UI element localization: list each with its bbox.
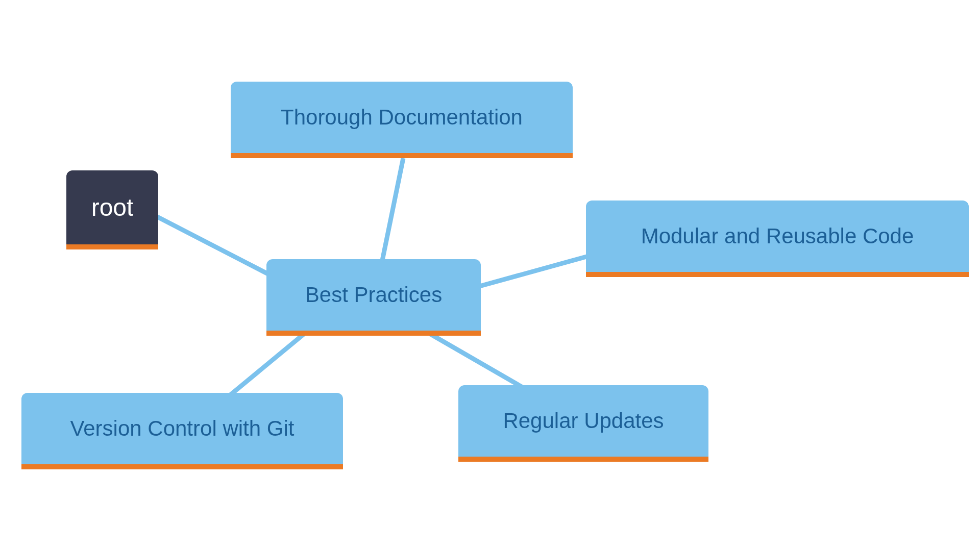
edge-root-center: [145, 211, 286, 283]
node-root[interactable]: root: [66, 170, 158, 249]
edge-center-top: [380, 158, 403, 270]
node-version-control-git[interactable]: Version Control with Git: [21, 393, 343, 469]
node-thorough-documentation[interactable]: Thorough Documentation: [231, 82, 573, 158]
node-top-label: Thorough Documentation: [281, 105, 523, 130]
mindmap-canvas: root Best Practices Thorough Documentati…: [0, 0, 980, 551]
node-center-label: Best Practices: [305, 283, 442, 307]
node-root-label: root: [91, 193, 134, 221]
node-right-label: Modular and Reusable Code: [641, 224, 914, 248]
edge-center-bottomleft: [230, 334, 304, 395]
node-best-practices[interactable]: Best Practices: [266, 259, 481, 336]
edge-center-right: [472, 255, 592, 288]
node-modular-reusable-code[interactable]: Modular and Reusable Code: [586, 201, 969, 277]
node-regular-updates[interactable]: Regular Updates: [458, 385, 708, 462]
node-bottomright-label: Regular Updates: [503, 409, 664, 433]
node-bottomleft-label: Version Control with Git: [70, 416, 295, 441]
